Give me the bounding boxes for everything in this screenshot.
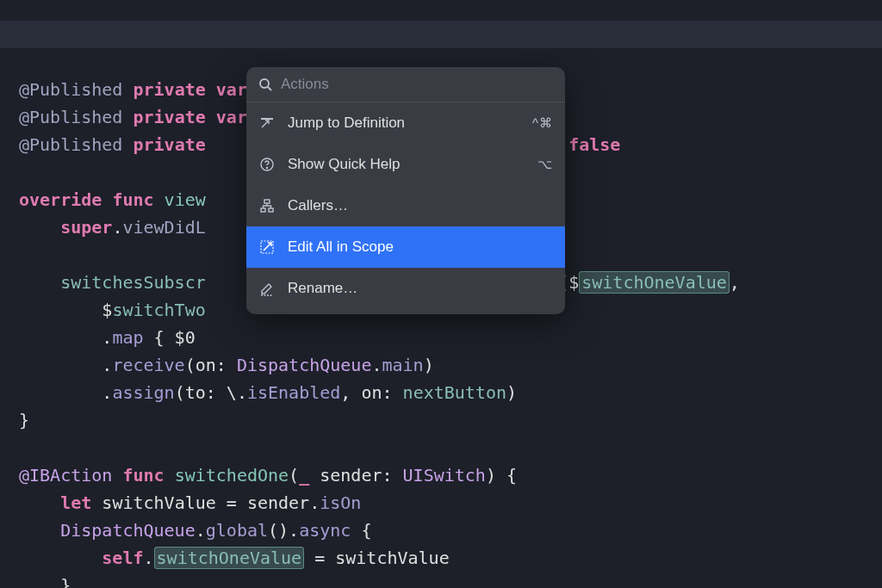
menu-item-callers[interactable]: Callers…: [246, 185, 565, 226]
code-token: sender: [320, 465, 382, 486]
code-token: ,: [730, 272, 740, 293]
code-token: .: [112, 217, 122, 238]
code-token: [206, 79, 216, 100]
code-token: _: [299, 465, 309, 486]
code-token: .: [144, 548, 154, 568]
code-token: switchOneValue: [154, 547, 305, 569]
code-token: func: [112, 189, 153, 210]
code-token: map: [112, 327, 143, 348]
code-token: isOn: [320, 492, 361, 513]
code-line[interactable]: [19, 434, 863, 461]
menu-search-row: [246, 67, 565, 102]
code-token: async: [299, 520, 351, 541]
code-token: {: [351, 520, 371, 541]
menu-item-label: Rename…: [288, 275, 553, 302]
code-token: : \.: [206, 382, 247, 403]
code-token: switchTwo: [112, 300, 205, 320]
code-token: view: [165, 189, 206, 210]
code-token: [122, 134, 133, 155]
code-token: [19, 492, 60, 513]
code-token: switchesSubscr: [60, 272, 206, 293]
code-token: .: [19, 355, 112, 375]
menu-item-edit-all-in-scope[interactable]: Edit All in Scope: [246, 226, 565, 268]
code-token: ): [424, 355, 434, 375]
code-line[interactable]: DispatchQueue.global().async {: [19, 517, 863, 544]
code-token: [309, 465, 320, 486]
code-token: [122, 107, 133, 127]
code-token: [19, 548, 102, 568]
code-token: ): [506, 382, 517, 403]
code-token: [19, 272, 60, 293]
code-line[interactable]: }: [19, 406, 863, 434]
code-token: [154, 189, 165, 210]
code-token: .: [371, 355, 382, 375]
code-token: [206, 107, 216, 127]
code-token: on: [361, 382, 382, 403]
menu-item-rename[interactable]: Rename…: [246, 268, 565, 309]
code-token: [19, 520, 60, 541]
code-line[interactable]: let switchValue = sender.isOn: [19, 489, 863, 517]
code-token: .: [19, 382, 112, 403]
code-token: DispatchQueue: [237, 355, 372, 375]
svg-rect-5: [264, 200, 270, 203]
code-token: var: [216, 107, 247, 127]
definition-icon: [258, 115, 276, 131]
code-token: (: [185, 355, 196, 375]
code-token: :: [216, 355, 237, 375]
code-token: ,: [340, 382, 361, 403]
code-token: @IBAction: [19, 465, 112, 486]
code-token: @Published: [19, 107, 122, 127]
rename-icon: [258, 281, 276, 296]
code-token: global: [206, 520, 268, 541]
menu-item-show-quick-help[interactable]: Show Quick Help⌥: [246, 144, 565, 185]
menu-item-shortcut: ⌥: [537, 151, 553, 178]
code-token: [102, 189, 112, 210]
code-token: self: [102, 548, 143, 568]
code-line[interactable]: self.switchOneValue = switchValue: [19, 544, 863, 572]
menu-item-shortcut: ^⌘: [532, 109, 553, 137]
code-token: receive: [112, 355, 184, 375]
code-token: switchedOne: [175, 465, 289, 486]
code-token: let: [60, 492, 91, 513]
code-token: .: [19, 327, 112, 348]
code-token: (: [175, 382, 185, 403]
code-line[interactable]: }: [19, 572, 863, 588]
code-line[interactable]: .assign(to: \.isEnabled, on: nextButton): [19, 379, 863, 406]
code-line[interactable]: .map { $0: [19, 324, 863, 351]
code-token: }: [19, 575, 71, 588]
code-token: nextButton: [403, 382, 506, 403]
svg-rect-6: [261, 208, 265, 212]
menu-item-label: Callers…: [288, 192, 553, 220]
help-icon: [258, 157, 276, 172]
code-token: to: [185, 382, 206, 403]
code-line[interactable]: .receive(on: DispatchQueue.main): [19, 351, 863, 379]
menu-item-jump-to-definition[interactable]: Jump to Definition^⌘: [246, 102, 565, 144]
code-line[interactable]: @IBAction func switchedOne(_ sender: UIS…: [19, 461, 863, 489]
code-token: viewDidL: [122, 217, 205, 238]
svg-rect-7: [269, 208, 273, 212]
svg-rect-2: [261, 118, 273, 120]
code-token: main: [382, 355, 424, 375]
scope-icon: [258, 239, 276, 255]
code-token: :: [382, 382, 403, 403]
code-token: ) {: [486, 465, 517, 486]
code-token: (: [289, 465, 299, 486]
code-token: ().: [268, 520, 299, 541]
code-token: switchValue = sender.: [91, 492, 320, 513]
code-token: switchOneValue: [579, 271, 730, 294]
svg-line-1: [268, 87, 271, 90]
menu-search-input[interactable]: [281, 76, 553, 93]
code-token: [165, 465, 175, 486]
code-token: override: [19, 189, 102, 210]
code-token: $: [102, 300, 112, 320]
code-token: @Published: [19, 79, 122, 100]
svg-point-4: [266, 167, 267, 168]
code-token: [19, 217, 60, 238]
code-token: on: [196, 355, 216, 375]
svg-point-0: [260, 79, 269, 88]
code-token: [112, 465, 122, 486]
code-token: private: [133, 79, 205, 100]
code-token: $: [568, 272, 579, 293]
code-token: :: [382, 465, 402, 486]
code-token: @Published: [19, 134, 122, 155]
